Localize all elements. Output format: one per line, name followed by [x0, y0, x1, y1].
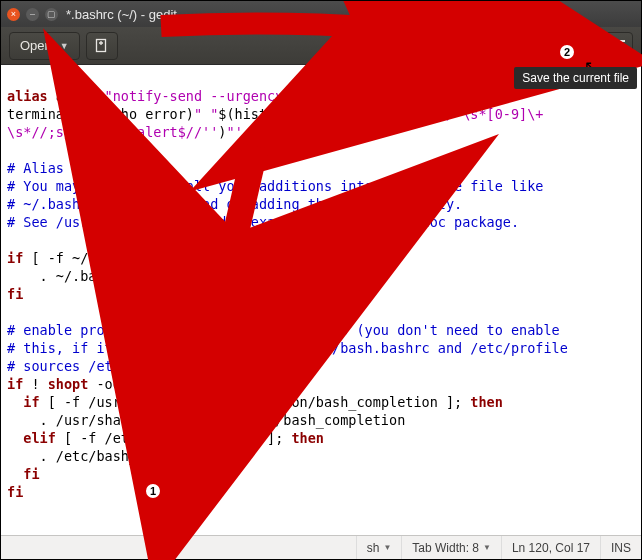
code-token: . /usr/share/ba completion/bash_completi…	[7, 412, 405, 428]
chevron-down-icon: ▼	[483, 543, 491, 552]
code-token: shopt	[48, 376, 89, 392]
new-tab-button[interactable]	[86, 32, 118, 60]
statusbar-language-label: sh	[367, 541, 380, 555]
maximize-window-button[interactable]: ▢	[45, 8, 58, 21]
chevron-down-icon: ▼	[60, 41, 69, 51]
editor-area[interactable]: alias alert="notify-send --urgency=low -…	[1, 65, 641, 535]
code-token: then	[291, 430, 324, 446]
statusbar-insert-label: INS	[611, 541, 631, 555]
code-comment: # sources /etc/bash.ba rc).	[7, 358, 243, 374]
code-token: )	[186, 106, 194, 122]
open-button[interactable]: Open ▼	[9, 32, 80, 60]
code-comment: # You may want to put all your additions…	[7, 178, 543, 194]
hamburger-menu-button[interactable]	[601, 32, 633, 60]
code-token: . /etc/bash_co etion	[7, 448, 226, 464]
statusbar-position-label: Ln 120, Col 17	[512, 541, 590, 555]
code-token: . ~/.bash_aliases	[7, 268, 178, 284]
code-token: !	[23, 376, 47, 392]
code-token: terminal || echo error	[7, 106, 186, 122]
minimize-window-button[interactable]: –	[26, 8, 39, 21]
statusbar-tabwidth-label: Tab Width: 8	[412, 541, 479, 555]
code-token: if	[7, 376, 23, 392]
code-token: "'	[227, 124, 243, 140]
code-token: alias	[7, 88, 48, 104]
window-controls: × – ▢	[7, 8, 58, 21]
code-token: [ -f ~/.bash_aliases ];	[23, 250, 226, 266]
statusbar: sh ▼ Tab Width: 8 ▼ Ln 120, Col 17 INS	[1, 535, 641, 559]
save-tooltip: Save the current file	[514, 67, 637, 89]
code-token: '	[430, 106, 438, 122]
code-token: \s*//;s/[;&|]\s*alert$//	[7, 124, 202, 140]
code-token: "notify-send --urgency=low -i "	[105, 88, 357, 104]
window-title: *.bashrc (~/) - gedit	[66, 7, 635, 22]
code-token: $(	[357, 88, 373, 104]
code-token: if	[7, 250, 23, 266]
code-token: '	[202, 124, 210, 140]
statusbar-tabwidth[interactable]: Tab Width: 8 ▼	[401, 536, 501, 559]
hamburger-icon	[609, 40, 625, 52]
code-token: [ $? = 0 ]	[373, 88, 454, 104]
save-button[interactable]: Save	[543, 32, 595, 60]
code-token: if	[7, 394, 40, 410]
code-comment: # Alias definitions.	[7, 160, 170, 176]
code-token: [ -f /etc/b ompletion ];	[56, 430, 292, 446]
chevron-down-icon: ▼	[383, 543, 391, 552]
toolbar: Open ▼ Save	[1, 27, 641, 65]
code-token: fi	[7, 286, 23, 302]
code-comment: # this, if it's already nabled in /etc/b…	[7, 340, 568, 356]
code-token: then	[226, 250, 259, 266]
save-label: Save	[554, 38, 584, 53]
code-token: [ -f /usr/share/ sh-completion/bash_comp…	[40, 394, 471, 410]
statusbar-insert-mode[interactable]: INS	[600, 536, 641, 559]
app-window: × – ▢ *.bashrc (~/) - gedit Open ▼ Save …	[0, 0, 642, 560]
code-comment: # See /usr/share/doc/bash-doc/examples i…	[7, 214, 519, 230]
code-token: " "	[194, 106, 218, 122]
code-token: $(	[218, 106, 234, 122]
close-window-button[interactable]: ×	[7, 8, 20, 21]
titlebar: × – ▢ *.bashrc (~/) - gedit	[1, 1, 641, 27]
code-token: fi	[7, 466, 40, 482]
new-document-icon	[94, 38, 110, 54]
code-token: en	[178, 376, 219, 392]
code-comment: # ~/.bash_aliases, instead of adding the…	[7, 196, 462, 212]
code-token: fi	[7, 484, 23, 500]
code-token: s/^\s*[0-9]\+	[438, 106, 544, 122]
open-label: Open	[20, 38, 52, 53]
code-token: then	[470, 394, 503, 410]
code-token: history|tail -n1|sed -e	[235, 106, 430, 122]
statusbar-position: Ln 120, Col 17	[501, 536, 600, 559]
code-token: )	[218, 124, 226, 140]
code-token: alert=	[48, 88, 105, 104]
statusbar-language[interactable]: sh ▼	[356, 536, 402, 559]
code-token: elif	[7, 430, 56, 446]
code-token: -oq posix;	[88, 376, 177, 392]
code-comment: # enable programmable co letion features…	[7, 322, 560, 338]
